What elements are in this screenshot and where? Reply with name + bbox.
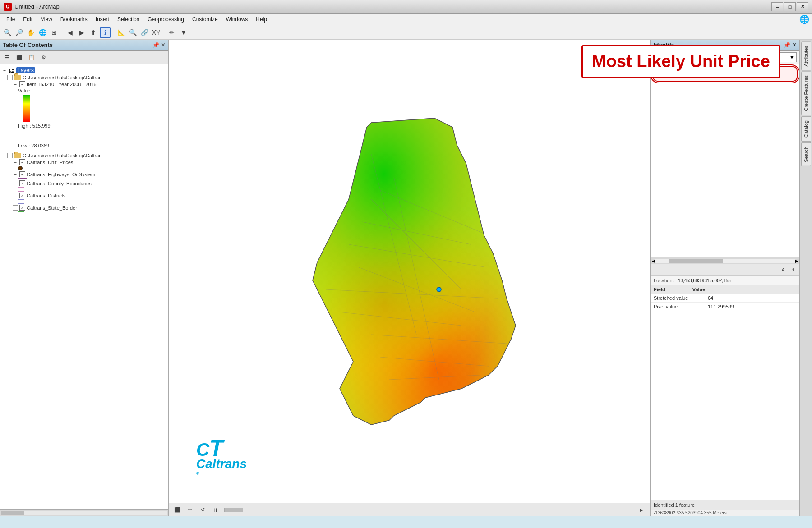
state-border-label: Caltrans_State_Border <box>27 205 77 211</box>
sidebar-tab-create-features[interactable]: Create Features <box>801 71 811 115</box>
zoom-out-icon[interactable]: 🔎 <box>14 27 24 38</box>
toc-hscroll[interactable] <box>0 509 168 516</box>
help-icon[interactable]: 🌐 <box>799 14 809 24</box>
toc-layers-root[interactable]: – 🗂 Layers <box>0 66 168 74</box>
identify-info-icon[interactable]: ℹ <box>789 265 798 274</box>
menu-view[interactable]: View <box>37 15 56 23</box>
raster-expand-btn[interactable]: – <box>13 82 18 87</box>
table-row-stretched: Stretched value 64 <box>651 294 799 303</box>
districts-legend <box>0 199 168 204</box>
state-border-expand-btn[interactable]: – <box>13 205 18 211</box>
map-container[interactable]: CT Caltrans ® <box>169 40 650 503</box>
raster-label: Item 153210 - Year 2008 - 2016. <box>27 82 98 87</box>
map-scroll-right-arrow[interactable]: ▶ <box>636 505 647 515</box>
identify-close-icon[interactable]: ✕ <box>792 42 797 48</box>
toc-controls: 📌 ✕ <box>152 42 166 48</box>
county-row[interactable]: – Caltrans_County_Boundaries <box>0 180 168 187</box>
county-checkbox[interactable] <box>19 180 25 186</box>
highways-row[interactable]: – Caltrans_Highways_OnSystem <box>0 171 168 178</box>
folder2-icon <box>14 153 21 158</box>
find-icon[interactable]: 🔍 <box>127 27 138 38</box>
pan-icon[interactable]: ✋ <box>25 27 36 38</box>
state-border-row[interactable]: – Caltrans_State_Border <box>0 204 168 211</box>
map-edit-icon[interactable]: ✏ <box>185 505 195 515</box>
toc-source-icon[interactable]: 📋 <box>26 52 37 63</box>
menu-file[interactable]: File <box>3 15 18 23</box>
hscroll-right-arrow[interactable]: ▶ <box>795 259 798 263</box>
identify-table: Field Value Stretched value 64 Pixel val… <box>651 285 799 311</box>
map-hscroll-track[interactable] <box>224 508 632 512</box>
title-bar: Q Untitled - ArcMap – □ ✕ <box>0 0 812 14</box>
unit-prices-label: Caltrans_Unit_Prices <box>27 160 73 165</box>
map-layers-icon[interactable]: ⬛ <box>172 505 183 515</box>
forward-icon[interactable]: ▶ <box>76 27 87 38</box>
toc-close-icon[interactable]: ✕ <box>161 42 166 48</box>
folder2-expand-btn[interactable]: – <box>7 153 13 158</box>
highways-expand-btn[interactable]: – <box>13 172 18 177</box>
identify-empty-area <box>651 311 799 500</box>
menu-bookmarks[interactable]: Bookmarks <box>57 15 91 23</box>
measure-icon[interactable]: 📐 <box>115 27 126 38</box>
caltrans-logo: CT Caltrans ® <box>196 435 247 476</box>
hscroll-left-arrow[interactable]: ◀ <box>652 259 655 263</box>
map-refresh-icon[interactable]: ↺ <box>197 505 208 515</box>
districts-row[interactable]: – Caltrans_Districts <box>0 192 168 199</box>
menu-windows[interactable]: Windows <box>222 15 252 23</box>
identify-pin-icon[interactable]: 📌 <box>784 42 790 48</box>
close-button[interactable]: ✕ <box>797 2 808 11</box>
legend-high-label: High : 515.999 <box>18 123 51 129</box>
sidebar-tab-search[interactable]: Search <box>801 142 811 166</box>
menu-insert[interactable]: Insert <box>92 15 113 23</box>
menu-edit[interactable]: Edit <box>19 15 36 23</box>
xy-coords-icon[interactable]: XY <box>151 27 161 38</box>
toc-list-icon[interactable]: ☰ <box>2 52 13 63</box>
legend-high-row: High : 515.999 <box>0 123 168 129</box>
layers-expand-btn[interactable]: – <box>2 68 7 73</box>
state-border-checkbox[interactable] <box>19 205 25 211</box>
highways-symbol <box>18 178 27 179</box>
toc-settings-icon[interactable]: ⚙ <box>38 52 49 63</box>
maximize-button[interactable]: □ <box>784 2 796 11</box>
hyperlink-icon[interactable]: 🔗 <box>139 27 150 38</box>
menu-customize[interactable]: Customize <box>189 15 221 23</box>
unit-prices-expand-btn[interactable]: – <box>13 160 18 165</box>
back-icon[interactable]: ◀ <box>65 27 75 38</box>
map-area[interactable]: ▲ ▼ <box>169 40 651 516</box>
identify-icon[interactable]: ℹ <box>100 27 111 38</box>
identify-hscroll-track <box>655 259 795 263</box>
unit-prices-checkbox[interactable] <box>19 159 25 165</box>
toc-folder-2[interactable]: – C:\Users\shresthak\Desktop\Caltran <box>0 152 168 159</box>
districts-expand-btn[interactable]: – <box>13 193 18 198</box>
zoom-in-icon[interactable]: 🔍 <box>2 27 13 38</box>
county-expand-btn[interactable]: – <box>13 181 18 186</box>
toc-pin-icon[interactable]: 📌 <box>152 42 159 48</box>
sidebar-tab-catalog[interactable]: Catalog <box>801 116 811 142</box>
toc-folder-1[interactable]: – C:\Users\shresthak\Desktop\Caltran <box>0 74 168 81</box>
identify-hscroll[interactable]: ◀ ▶ <box>651 257 799 264</box>
sidebar-tab-attributes[interactable]: Attributes <box>801 41 811 70</box>
folder1-expand-btn[interactable]: – <box>7 75 13 80</box>
menu-selection[interactable]: Selection <box>114 15 143 23</box>
menu-geoprocessing[interactable]: Geoprocessing <box>144 15 188 23</box>
select-icon[interactable]: ⬆ <box>88 27 99 38</box>
edit-icon[interactable]: ✏ <box>166 27 177 38</box>
minimize-button[interactable]: – <box>771 2 783 11</box>
districts-label: Caltrans_Districts <box>27 193 65 198</box>
toc-layers-icon[interactable]: ⬛ <box>14 52 25 63</box>
layers-label[interactable]: Layers <box>16 67 35 73</box>
highways-checkbox[interactable] <box>19 171 25 177</box>
menu-help[interactable]: Help <box>252 15 271 23</box>
raster-checkbox[interactable] <box>19 81 25 87</box>
map-pause-icon[interactable]: ⏸ <box>210 505 221 515</box>
raster-layer-row[interactable]: – Item 153210 - Year 2008 - 2016. <box>0 81 168 87</box>
unit-prices-row[interactable]: – Caltrans_Unit_Prices <box>0 159 168 165</box>
full-extent-icon[interactable]: ⊞ <box>49 27 60 38</box>
dropdown-icon[interactable]: ▼ <box>178 27 189 38</box>
districts-checkbox[interactable] <box>19 193 25 198</box>
highways-label: Caltrans_Highways_OnSystem <box>27 172 95 177</box>
identify-icon-toolbar: A ℹ <box>651 264 799 275</box>
menu-bar: File Edit View Bookmarks Insert Selectio… <box>0 14 812 25</box>
identify-table-icon[interactable]: A <box>779 265 788 274</box>
legend-value-label: Value <box>18 88 30 93</box>
globe-icon[interactable]: 🌐 <box>37 27 48 38</box>
